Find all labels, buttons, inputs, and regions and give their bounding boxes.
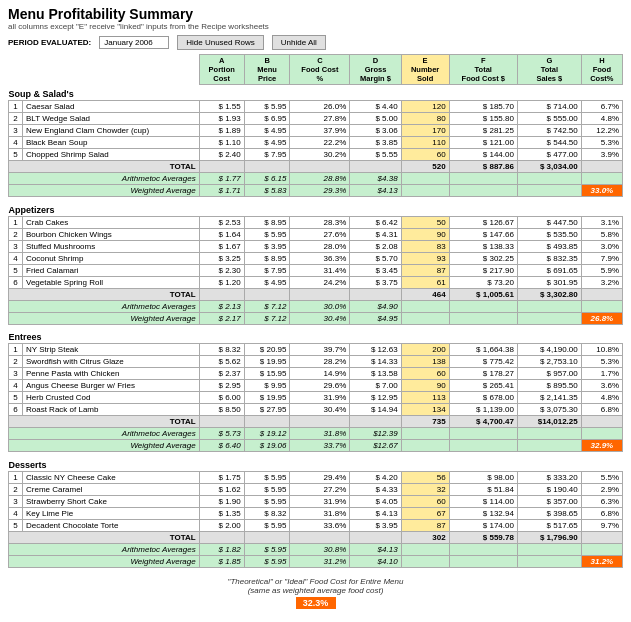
row-num: 1 <box>9 101 23 113</box>
cell-a: $ 2.37 <box>199 368 244 380</box>
cell-a: $ 6.00 <box>199 392 244 404</box>
arith-avg-row: Arithmetoc Averages $ 2.13 $ 7.12 30.0% … <box>9 300 623 312</box>
col-header-d: DGrossMargin $ <box>350 55 401 85</box>
item-name: Decadent Chocolate Torte <box>23 519 200 531</box>
cell-d: $ 6.42 <box>350 216 401 228</box>
cell-g: $ 493.85 <box>517 240 581 252</box>
cell-g: $ 301.95 <box>517 276 581 288</box>
cell-g: $ 4,190.00 <box>517 344 581 356</box>
cell-e: 32 <box>401 483 449 495</box>
cell-g: $ 957.00 <box>517 368 581 380</box>
cell-g: $ 535.50 <box>517 228 581 240</box>
total-label: TOTAL <box>9 288 200 300</box>
cell-c: 29.6% <box>290 380 350 392</box>
cell-d: $ 12.63 <box>350 344 401 356</box>
page-wrapper: Menu Profitability Summary all columns e… <box>0 0 631 615</box>
cell-f: $ 185.70 <box>449 101 517 113</box>
cell-b: $ 8.95 <box>244 252 290 264</box>
cell-a: $ 2.30 <box>199 264 244 276</box>
row-num: 1 <box>9 471 23 483</box>
cell-f: $ 178.27 <box>449 368 517 380</box>
section-pct: 31.2% <box>581 555 622 567</box>
cell-a: $ 1.20 <box>199 276 244 288</box>
row-num: 4 <box>9 137 23 149</box>
row-num: 4 <box>9 380 23 392</box>
cell-d: $ 5.70 <box>350 252 401 264</box>
item-name: Penne Pasta with Chicken <box>23 368 200 380</box>
cell-f: $ 281.25 <box>449 125 517 137</box>
item-name: Creme Caramel <box>23 483 200 495</box>
cell-f: $ 265.41 <box>449 380 517 392</box>
cell-f: $ 678.00 <box>449 392 517 404</box>
cell-e: 87 <box>401 519 449 531</box>
wavg-label: Weighted Average <box>9 440 200 452</box>
cell-g: $ 895.50 <box>517 380 581 392</box>
total-f: $ 1,005.61 <box>449 288 517 300</box>
cell-b: $ 19.95 <box>244 392 290 404</box>
cell-f: $ 1,664.38 <box>449 344 517 356</box>
cell-d: $ 14.94 <box>350 404 401 416</box>
cell-a: $ 5.62 <box>199 356 244 368</box>
section-header-3: Desserts <box>9 456 623 472</box>
cell-b: $ 9.95 <box>244 380 290 392</box>
cell-h: 9.7% <box>581 519 622 531</box>
cell-g: $ 357.00 <box>517 495 581 507</box>
arith-avg-row: Arithmetoc Averages $ 1.77 $ 6.15 28.8% … <box>9 173 623 185</box>
table-row: 1 Classic NY Cheese Cake $ 1.75 $ 5.95 2… <box>9 471 623 483</box>
cell-f: $ 126.67 <box>449 216 517 228</box>
total-g: $14,012.25 <box>517 416 581 428</box>
row-num: 1 <box>9 344 23 356</box>
cell-h: 2.9% <box>581 483 622 495</box>
total-e: 302 <box>401 531 449 543</box>
cell-c: 14.9% <box>290 368 350 380</box>
cell-h: 3.9% <box>581 149 622 161</box>
cell-h: 4.8% <box>581 392 622 404</box>
hide-unused-rows-button[interactable]: Hide Unused Rows <box>177 35 263 50</box>
item-name: NY Strip Steak <box>23 344 200 356</box>
item-name: Strawberry Short Cake <box>23 495 200 507</box>
cell-d: $ 12.95 <box>350 392 401 404</box>
final-pct-row: 32.3% <box>8 597 623 609</box>
cell-e: 60 <box>401 495 449 507</box>
cell-a: $ 1.67 <box>199 240 244 252</box>
row-num: 4 <box>9 252 23 264</box>
cell-c: 36.3% <box>290 252 350 264</box>
cell-c: 28.2% <box>290 356 350 368</box>
cell-d: $ 4.20 <box>350 471 401 483</box>
section-header-2: Entrees <box>9 328 623 344</box>
cell-f: $ 144.00 <box>449 149 517 161</box>
theoretical-pct: 32.3% <box>296 597 336 609</box>
cell-c: 30.2% <box>290 149 350 161</box>
cell-a: $ 2.95 <box>199 380 244 392</box>
total-label: TOTAL <box>9 161 200 173</box>
cell-b: $ 5.95 <box>244 228 290 240</box>
cell-d: $ 4.40 <box>350 101 401 113</box>
row-num: 3 <box>9 368 23 380</box>
table-row: 1 Caesar Salad $ 1.55 $ 5.95 26.0% $ 4.4… <box>9 101 623 113</box>
item-name: Crab Cakes <box>23 216 200 228</box>
theoretical-text: "Theoretical" or "Ideal" Food Cost for E… <box>8 577 623 595</box>
cell-g: $ 3,075.30 <box>517 404 581 416</box>
cell-g: $ 714.00 <box>517 101 581 113</box>
unhide-all-button[interactable]: Unhide All <box>272 35 326 50</box>
total-label: TOTAL <box>9 416 200 428</box>
cell-e: 83 <box>401 240 449 252</box>
total-e: 464 <box>401 288 449 300</box>
row-num: 1 <box>9 216 23 228</box>
item-name: Caesar Salad <box>23 101 200 113</box>
cell-a: $ 1.62 <box>199 483 244 495</box>
cell-e: 80 <box>401 113 449 125</box>
cell-e: 56 <box>401 471 449 483</box>
cell-e: 60 <box>401 368 449 380</box>
cell-f: $ 174.00 <box>449 519 517 531</box>
cell-a: $ 1.90 <box>199 495 244 507</box>
item-name: Roast Rack of Lamb <box>23 404 200 416</box>
item-name: Chopped Shrimp Salad <box>23 149 200 161</box>
cell-d: $ 4.05 <box>350 495 401 507</box>
arith-label: Arithmetoc Averages <box>9 300 200 312</box>
cell-h: 6.3% <box>581 495 622 507</box>
cell-f: $ 1,139.00 <box>449 404 517 416</box>
cell-h: 3.1% <box>581 216 622 228</box>
item-name: Coconut Shrimp <box>23 252 200 264</box>
cell-b: $ 5.95 <box>244 519 290 531</box>
